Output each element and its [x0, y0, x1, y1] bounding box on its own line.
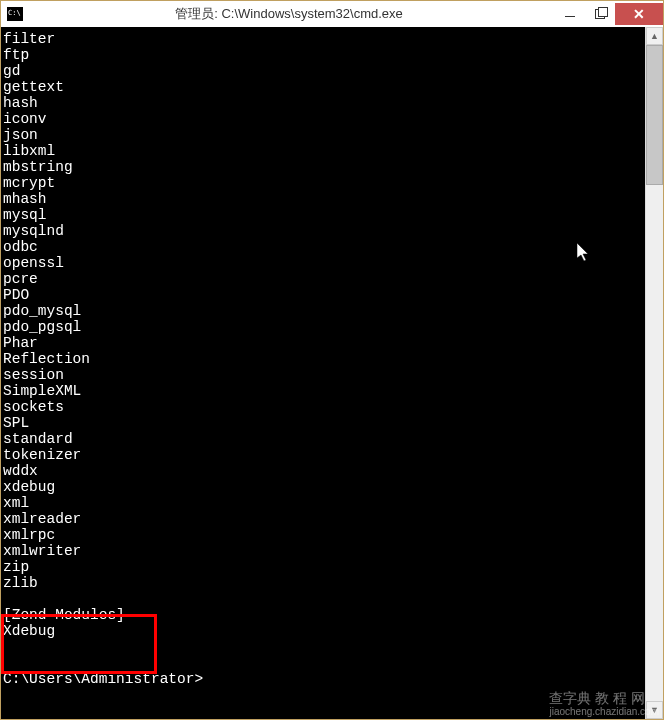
module-line: gd [3, 63, 645, 79]
zend-header: [Zend Modules] [3, 607, 645, 623]
module-line: mhash [3, 191, 645, 207]
window-controls: ✕ [555, 3, 663, 25]
module-line: mbstring [3, 159, 645, 175]
module-line: libxml [3, 143, 645, 159]
module-line: filter [3, 31, 645, 47]
scroll-up-button[interactable]: ▲ [646, 27, 663, 45]
module-line: xml [3, 495, 645, 511]
module-line: xmlrpc [3, 527, 645, 543]
module-line: zip [3, 559, 645, 575]
module-line: mcrypt [3, 175, 645, 191]
module-line: mysqlnd [3, 223, 645, 239]
window-title: 管理员: C:\Windows\system32\cmd.exe [23, 5, 555, 23]
module-line: xmlwriter [3, 543, 645, 559]
module-line: mysql [3, 207, 645, 223]
blank-line [3, 639, 645, 655]
console-output[interactable]: filter ftp gd gettext hash iconv json li… [1, 27, 645, 719]
maximize-button[interactable] [585, 3, 615, 25]
module-line: pdo_pgsql [3, 319, 645, 335]
module-line: odbc [3, 239, 645, 255]
vertical-scrollbar[interactable]: ▲ ▼ [645, 27, 663, 719]
module-line: openssl [3, 255, 645, 271]
module-line: standard [3, 431, 645, 447]
watermark-main: 查字典 教 程 网 [549, 690, 645, 706]
module-line: zlib [3, 575, 645, 591]
module-line: session [3, 367, 645, 383]
module-line: xmlreader [3, 511, 645, 527]
watermark-sub: jiaocheng.chazidian.com [549, 706, 659, 717]
module-line: Reflection [3, 351, 645, 367]
module-line: SimpleXML [3, 383, 645, 399]
module-line: xdebug [3, 479, 645, 495]
module-line: iconv [3, 111, 645, 127]
module-line: hash [3, 95, 645, 111]
module-line: wddx [3, 463, 645, 479]
prompt-line: C:\Users\Administrator> [3, 671, 645, 687]
command-prompt-window: 管理员: C:\Windows\system32\cmd.exe ✕ filte… [0, 0, 664, 720]
watermark: 查字典 教 程 网 jiaocheng.chazidian.com [549, 690, 659, 717]
close-button[interactable]: ✕ [615, 3, 663, 25]
scrollbar-thumb[interactable] [646, 45, 663, 185]
module-line: PDO [3, 287, 645, 303]
module-line: SPL [3, 415, 645, 431]
module-line: Phar [3, 335, 645, 351]
module-line: pcre [3, 271, 645, 287]
titlebar: 管理员: C:\Windows\system32\cmd.exe ✕ [1, 1, 663, 27]
module-line: gettext [3, 79, 645, 95]
blank-line [3, 591, 645, 607]
zend-module-line: Xdebug [3, 623, 645, 639]
blank-line [3, 655, 645, 671]
console-area: filter ftp gd gettext hash iconv json li… [1, 27, 663, 719]
module-line: sockets [3, 399, 645, 415]
cmd-icon [7, 7, 23, 21]
module-line: ftp [3, 47, 645, 63]
module-line: pdo_mysql [3, 303, 645, 319]
module-line: tokenizer [3, 447, 645, 463]
module-line: json [3, 127, 645, 143]
minimize-button[interactable] [555, 3, 585, 25]
